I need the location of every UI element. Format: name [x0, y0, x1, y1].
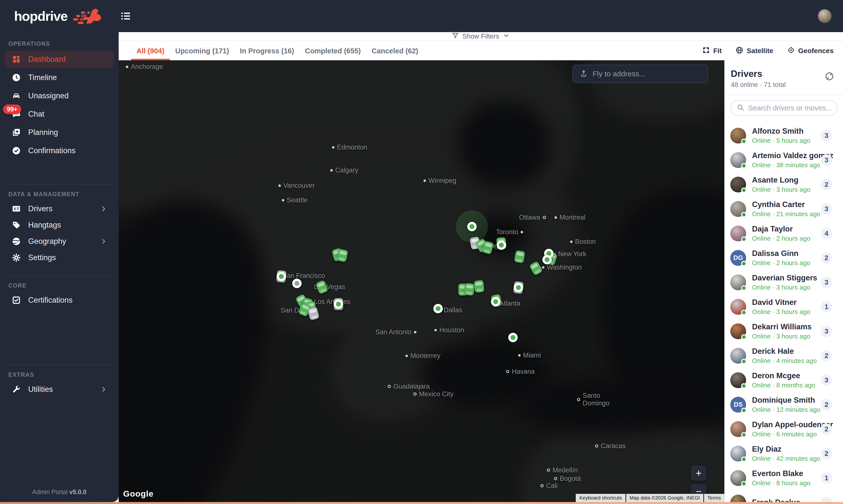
- driver-row-alfonzo-smith[interactable]: Alfonzo SmithOnline · 5 hours ago3: [725, 123, 843, 148]
- driver-avatar: [730, 128, 746, 144]
- map-canvas[interactable]: AnchorageEdmontonCalgaryWinnipegVancouve…: [119, 60, 724, 502]
- driver-status: Online · 3 hours ago: [752, 332, 812, 340]
- chevron-right-icon: [100, 386, 107, 393]
- driver-info: Frank Declue: [752, 498, 800, 502]
- zoom-in-button[interactable]: +: [691, 466, 706, 481]
- driver-marker-green[interactable]: [542, 255, 552, 264]
- vehicle-marker-green[interactable]: [474, 280, 485, 293]
- driver-row-artemio-valdez-gomez[interactable]: Artemio Valdez gomezOnline · 38 minutes …: [725, 148, 843, 172]
- driver-status: Online · 38 minutes ago: [752, 161, 821, 169]
- driver-marker-green[interactable]: [491, 297, 500, 306]
- driver-marker-green[interactable]: [277, 272, 286, 281]
- sidebar-item-timeline[interactable]: Timeline: [5, 69, 114, 86]
- refresh-icon[interactable]: [824, 71, 835, 82]
- menu-list-icon[interactable]: [119, 10, 132, 23]
- driver-info: Ely DiazOnline · 42 minutes ago: [752, 445, 820, 463]
- driver-row-daja-taylor[interactable]: Daja TaylorOnline · 2 hours ago4: [725, 221, 843, 246]
- map-city-miami: Miami: [518, 352, 541, 359]
- city-dot: [570, 240, 573, 243]
- tab-completed-655-[interactable]: Completed (655): [300, 41, 366, 60]
- map-pin-icon: [579, 69, 588, 79]
- driver-row-dalissa-ginn[interactable]: DGDalissa GinnOnline · 2 hours ago2: [725, 246, 843, 270]
- driver-row-derick-hale[interactable]: Derick HaleOnline · 4 minutes ago2: [725, 343, 843, 368]
- driver-move-count-badge: 2: [821, 179, 832, 190]
- user-avatar[interactable]: [818, 9, 832, 23]
- driver-row-frank-declue[interactable]: Frank Declue: [725, 490, 843, 502]
- tab-upcoming-171-[interactable]: Upcoming (171): [170, 41, 234, 60]
- driver-marker-green[interactable]: [497, 240, 506, 250]
- tab-all-904-[interactable]: All (904): [131, 41, 170, 60]
- driver-row-dominique-smith[interactable]: DSDominique SmithOnline · 12 minutes ago…: [725, 392, 843, 417]
- sidebar-item-dashboard[interactable]: Dashboard: [5, 51, 114, 68]
- show-filters-button[interactable]: Show Filters: [452, 32, 510, 41]
- city-dot: [521, 231, 523, 233]
- driver-row-asante-long[interactable]: Asante LongOnline · 3 hours ago2: [725, 172, 843, 197]
- driver-avatar: [730, 421, 746, 437]
- driver-row-ely-diaz[interactable]: Ely DiazOnline · 42 minutes ago2: [725, 441, 843, 466]
- map-city-mexico-city: Mexico City: [413, 390, 454, 398]
- sidebar-item-unassigned[interactable]: Unassigned: [5, 87, 114, 105]
- driver-marker-green[interactable]: [467, 222, 477, 231]
- tab-canceled-62-[interactable]: Canceled (62): [366, 41, 424, 60]
- sidebar-item-planning[interactable]: Planning: [5, 124, 114, 141]
- driver-row-david-vitner[interactable]: David VitnerOnline · 3 hours ago1: [725, 294, 843, 319]
- driver-info: David VitnerOnline · 3 hours ago: [752, 298, 810, 316]
- satellite-button[interactable]: Satellite: [736, 46, 773, 56]
- sidebar-item-drivers[interactable]: Drivers: [5, 201, 114, 216]
- driver-status: Online · 3 hours ago: [752, 284, 817, 291]
- driver-info: Derick HaleOnline · 4 minutes ago: [752, 347, 817, 365]
- driver-marker-gray[interactable]: [292, 279, 302, 288]
- driver-row-cynthia-carter[interactable]: Cynthia CarterOnline · 21 minutes ago3: [725, 197, 843, 221]
- hopdrive-logo[interactable]: hopdrive: [14, 6, 104, 27]
- driver-name: Frank Declue: [752, 498, 800, 502]
- driver-row-dekarri-williams[interactable]: Dekarri WilliamsOnline · 3 hours ago3: [725, 319, 843, 343]
- driver-marker-green[interactable]: [508, 333, 518, 342]
- driver-status: Online · 3 hours ago: [752, 308, 810, 316]
- driver-search-input[interactable]: [748, 104, 841, 112]
- tab-in-progress-16-[interactable]: In Progress (16): [234, 41, 299, 60]
- driver-marker-green[interactable]: [334, 300, 343, 309]
- driver-move-count-badge: 3: [821, 155, 832, 166]
- online-status-dot: [741, 334, 747, 340]
- driver-marker-green[interactable]: [514, 283, 523, 292]
- driver-row-daverian-stiggers[interactable]: Daverian StiggersOnline · 3 hours ago3: [725, 270, 843, 294]
- chat-unread-badge: 99+: [3, 105, 21, 114]
- fly-to-address-box[interactable]: [572, 65, 708, 83]
- sidebar-item-utilities[interactable]: Utilities: [5, 382, 114, 397]
- driver-row-dylan-appel-oudenaar[interactable]: Dylan Appel-oudenaarOnline · 6 minutes a…: [725, 417, 843, 441]
- keyboard-shortcuts-link[interactable]: Keyboard shortcuts: [576, 494, 625, 502]
- driver-name: Daja Taylor: [752, 224, 810, 233]
- sidebar-item-certifications[interactable]: Certifications: [5, 292, 114, 308]
- driver-marker-green[interactable]: [433, 304, 443, 313]
- sidebar-nav: OPERATIONSDashboardTimelineUnassigned99+…: [0, 32, 119, 502]
- driver-row-everton-blake[interactable]: Everton BlakeOnline · 8 hours ago1: [725, 466, 843, 490]
- sidebar-item-confirmations[interactable]: Confirmations: [5, 142, 114, 159]
- map-city-seattle: Seattle: [282, 196, 308, 204]
- map-city-houston: Houston: [434, 326, 464, 334]
- checkbox-icon: [11, 295, 21, 305]
- sidebar-item-chat[interactable]: 99+Chat: [5, 106, 114, 123]
- city-dot: [518, 354, 521, 357]
- city-label: Winnipeg: [428, 177, 456, 184]
- fit-button[interactable]: Fit: [702, 46, 722, 56]
- sidebar-item-settings[interactable]: Settings: [5, 250, 114, 265]
- driver-status: Online · 21 minutes ago: [752, 210, 820, 218]
- driver-name: Asante Long: [752, 176, 810, 184]
- sidebar-divider: [8, 275, 111, 276]
- fly-to-address-input[interactable]: [593, 70, 701, 78]
- map-city-cali: Cali: [540, 482, 558, 490]
- driver-row-deron-mcgee[interactable]: Deron McgeeOnline · 8 months ago3: [725, 368, 843, 392]
- geofences-button[interactable]: Geofences: [787, 46, 833, 56]
- terms-link[interactable]: Terms: [704, 494, 724, 502]
- chevron-right-icon: [100, 238, 107, 245]
- geofences-label: Geofences: [798, 47, 833, 55]
- driver-info: Asante LongOnline · 3 hours ago: [752, 176, 810, 194]
- city-label: Seattle: [287, 196, 308, 204]
- car-icon: [11, 91, 21, 101]
- sidebar-item-hangtags[interactable]: Hangtags: [5, 217, 114, 233]
- driver-name: Dylan Appel-oudenaar: [752, 420, 821, 429]
- map-city-san-francisco: San Francisco: [282, 272, 325, 280]
- city-dot: [126, 66, 128, 68]
- sidebar-item-geography[interactable]: Geography: [5, 234, 114, 249]
- vehicle-marker-green[interactable]: [464, 283, 475, 296]
